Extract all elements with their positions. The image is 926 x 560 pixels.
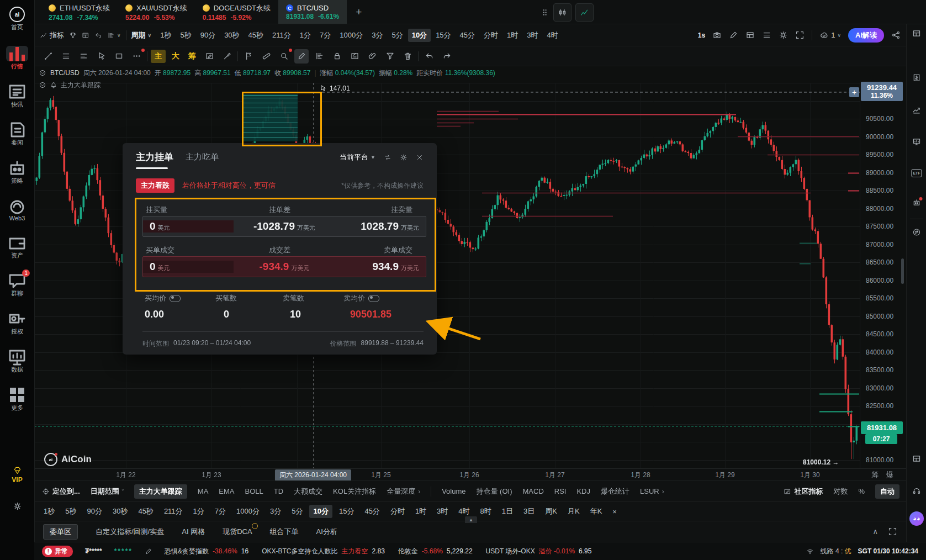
time-axis[interactable]: 1月 221月 23周六 2026-01-24 04:001月 251月 261…: [34, 468, 906, 481]
funding-icon[interactable]: [912, 73, 922, 84]
ticker-tab-xau[interactable]: XAU/USDT永续5224.00-5.53%: [118, 0, 195, 24]
bottom-tab-自定义指标-回测-实盘[interactable]: 自定义指标/回测/实盘: [96, 527, 164, 537]
sidebar-item-web3[interactable]: Web3: [0, 198, 34, 221]
tab-main-force-taker-orders[interactable]: 主力吃单: [186, 152, 219, 162]
period2-10分[interactable]: 10分: [309, 505, 332, 518]
edit-note-icon[interactable]: [202, 49, 216, 64]
sidebar-item-strategy[interactable]: 策略: [0, 160, 34, 185]
chart-settings-icon[interactable]: [779, 30, 788, 40]
zoom-tool-icon[interactable]: [277, 49, 291, 64]
period2-5秒[interactable]: 5秒: [61, 505, 80, 518]
marker-tool-icon[interactable]: [294, 49, 309, 64]
period2-×[interactable]: ×: [608, 506, 621, 517]
time-tick[interactable]: 1月 27: [545, 471, 564, 480]
brush-tool-icon[interactable]: [220, 49, 234, 64]
collapse-tracker-icon[interactable]: [39, 81, 46, 89]
period-30秒[interactable]: 30秒: [220, 29, 243, 42]
sidebar-item-assets[interactable]: 资产: [0, 235, 34, 260]
chips-button[interactable]: 筹: [186, 50, 199, 62]
period-45分[interactable]: 45分: [456, 29, 479, 42]
abnormal-alert-pill[interactable]: !异常: [42, 546, 73, 557]
time-tick[interactable]: 1月 26: [459, 471, 479, 480]
indicator-大额成交[interactable]: 大额成交: [294, 487, 322, 496]
sidebar-item-market[interactable]: 行情: [0, 46, 34, 71]
swap-icon[interactable]: [384, 154, 391, 161]
popup-close-icon[interactable]: [416, 154, 424, 161]
fullscreen-icon[interactable]: [795, 30, 805, 40]
sidebar-item-group-chat[interactable]: 群聊1: [0, 273, 34, 298]
indicator-menu[interactable]: 指标: [40, 30, 64, 40]
layout-switch-icon[interactable]: [912, 454, 922, 465]
period2-8时[interactable]: 8时: [477, 505, 495, 518]
period2-1日[interactable]: 1日: [498, 505, 517, 518]
share-icon[interactable]: [891, 30, 901, 40]
indicator-定位到-[interactable]: 定位到...: [42, 487, 80, 496]
period-1秒[interactable]: 1秒: [156, 29, 175, 42]
indicator-kol关注指标[interactable]: KOL关注指标: [333, 487, 376, 496]
period2-1时[interactable]: 1时: [411, 505, 430, 518]
indicator-macd[interactable]: MACD: [523, 487, 544, 495]
period-211分[interactable]: 211分: [268, 29, 295, 42]
period2-1分[interactable]: 1分: [189, 505, 208, 518]
compare-icon[interactable]: [82, 31, 89, 39]
chips-burst-labels[interactable]: 筹爆: [871, 470, 901, 480]
period-10分[interactable]: 10分: [408, 29, 431, 42]
period-5分[interactable]: 5分: [388, 29, 406, 42]
period2-7分[interactable]: 7分: [211, 505, 230, 518]
flag-tool-icon[interactable]: [241, 49, 256, 64]
collapse-panel-icon[interactable]: ∧: [872, 527, 878, 536]
alert-price-badge[interactable]: 91239.44 11.36%: [861, 82, 903, 101]
period2-3时[interactable]: 3时: [433, 505, 452, 518]
collapse-panel-icon[interactable]: [912, 29, 922, 40]
edit-watchlist-icon[interactable]: [145, 547, 152, 555]
draw-icon[interactable]: [729, 30, 738, 40]
time-tick[interactable]: 1月 22: [116, 471, 135, 480]
drag-handle-icon[interactable]: [540, 8, 549, 17]
expand-panel-icon[interactable]: [888, 527, 897, 536]
add-ticker-button[interactable]: +: [347, 0, 371, 24]
indicator-kdj[interactable]: KDJ: [576, 487, 590, 495]
template-icon[interactable]: [69, 31, 77, 39]
period-3时[interactable]: 3时: [523, 29, 542, 42]
assistant-avatar[interactable]: ◕◕: [909, 511, 924, 526]
period2-45分[interactable]: 45分: [361, 505, 383, 518]
period-15分[interactable]: 15分: [432, 29, 454, 42]
volume-profile-menu[interactable]: ∨: [107, 31, 121, 39]
period-5秒[interactable]: 5秒: [176, 29, 195, 42]
avg-sell-toggle[interactable]: [368, 295, 379, 302]
ai-analysis-button[interactable]: AI解读: [848, 28, 884, 43]
period-1时[interactable]: 1时: [503, 29, 522, 42]
sidebar-item-more[interactable]: 更多: [0, 387, 34, 412]
magnet-tool-icon[interactable]: [365, 49, 379, 64]
period-menu[interactable]: 周期∨: [131, 30, 152, 40]
bottom-tab-组合下单[interactable]: 组合下单: [270, 527, 299, 537]
period2-211分[interactable]: 211分: [160, 505, 187, 518]
axis-scrollbar[interactable]: [901, 258, 904, 284]
ticker-tab-eth[interactable]: ETH/USDT永续2741.08-7.34%: [41, 0, 118, 24]
list-icon[interactable]: [762, 30, 771, 40]
trend-icon[interactable]: [912, 105, 922, 116]
big-orders-button[interactable]: 大: [169, 50, 182, 62]
sidebar-settings-button[interactable]: [0, 501, 34, 511]
time-tick[interactable]: 1月 29: [715, 471, 734, 480]
indicator-td[interactable]: TD: [274, 487, 283, 495]
avg-buy-toggle[interactable]: [170, 295, 181, 302]
one-second-button[interactable]: 1s: [698, 31, 705, 39]
period-分时[interactable]: 分时: [480, 29, 502, 42]
screenshot-icon[interactable]: [712, 30, 722, 40]
period2-分时[interactable]: 分时: [387, 505, 409, 518]
kline-view-button[interactable]: [553, 3, 572, 22]
rectangle-tool-icon[interactable]: [112, 49, 126, 64]
indicator-社区指标[interactable]: 社区指标: [784, 487, 823, 496]
platform-dropdown[interactable]: 当前平台▼: [340, 152, 375, 162]
sidebar-item-vip[interactable]: VIP: [0, 466, 34, 484]
ai-robot-icon[interactable]: [912, 198, 922, 209]
period2-45秒[interactable]: 45秒: [134, 505, 157, 518]
etf-icon[interactable]: ETF: [911, 168, 922, 176]
time-tick[interactable]: 1月 30: [800, 471, 819, 480]
period2-90分[interactable]: 90分: [83, 505, 105, 518]
sidebar-item-home[interactable]: ai 首页: [0, 7, 34, 31]
indicator--[interactable]: %: [858, 487, 865, 495]
replay-icon[interactable]: [94, 31, 102, 39]
bottom-tab-委单区[interactable]: 委单区: [43, 524, 78, 540]
